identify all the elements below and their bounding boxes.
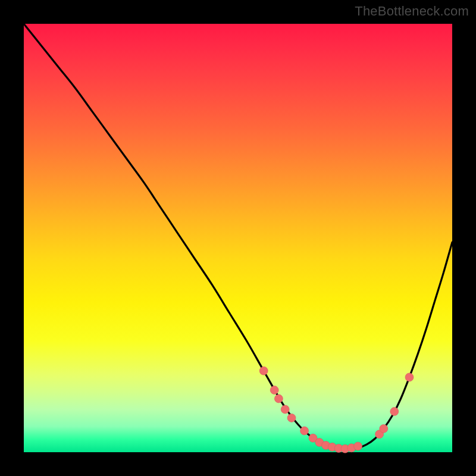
markers-group	[259, 367, 414, 453]
data-marker	[274, 394, 283, 403]
data-marker	[259, 367, 268, 375]
data-marker	[380, 424, 388, 433]
curve-layer	[24, 24, 452, 452]
bottleneck-curve	[24, 24, 452, 449]
data-marker	[287, 414, 296, 422]
chart-stage: TheBottleneck.com	[0, 0, 476, 476]
data-marker	[281, 405, 289, 414]
attribution-label: TheBottleneck.com	[355, 4, 469, 19]
data-marker	[270, 386, 278, 394]
data-marker	[390, 408, 399, 416]
data-marker	[354, 442, 362, 450]
data-marker	[405, 373, 414, 381]
plot-area	[24, 24, 452, 452]
data-marker	[300, 427, 309, 435]
